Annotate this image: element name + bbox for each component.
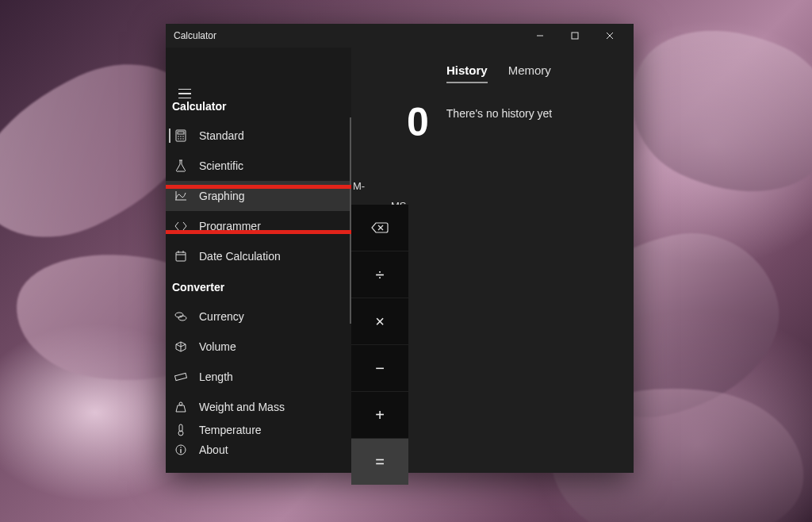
operator-column: ÷ × − + =: [351, 205, 408, 485]
nav-item-label: Programmer: [199, 220, 261, 232]
graph-icon: [174, 190, 188, 202]
nav-item-standard[interactable]: Standard: [166, 121, 351, 151]
nav-item-programmer[interactable]: Programmer: [166, 211, 351, 241]
maximize-button[interactable]: [557, 24, 592, 48]
nav-item-weight[interactable]: Weight and Mass: [166, 392, 351, 422]
flask-icon: [174, 159, 188, 172]
nav-scrollbar[interactable]: [350, 117, 351, 324]
nav-section-converter: Converter: [166, 271, 351, 301]
svg-rect-18: [174, 373, 186, 380]
window-title: Calculator: [174, 30, 216, 41]
calculator-icon: [174, 129, 188, 142]
nav-item-graphing[interactable]: Graphing: [166, 181, 351, 211]
close-button[interactable]: [592, 24, 627, 48]
ruler-icon: [174, 372, 188, 382]
plus-button[interactable]: +: [351, 392, 408, 438]
nav-item-label: About: [199, 443, 228, 456]
multiply-button[interactable]: ×: [351, 298, 408, 344]
svg-rect-1: [572, 33, 578, 39]
nav-item-scientific[interactable]: Scientific: [166, 151, 351, 181]
memory-m-minus[interactable]: M-: [351, 175, 365, 197]
svg-point-10: [180, 138, 182, 140]
weight-icon: [174, 401, 188, 413]
tab-history[interactable]: History: [446, 63, 488, 83]
divide-button[interactable]: ÷: [351, 251, 408, 297]
svg-rect-12: [176, 252, 186, 261]
nav-item-label: Length: [199, 370, 233, 383]
calculator-display: 0: [407, 102, 429, 142]
svg-point-9: [178, 138, 179, 140]
calendar-icon: [174, 251, 188, 262]
nav-item-label: Date Calculation: [199, 250, 281, 263]
nav-item-label: Scientific: [199, 159, 243, 172]
nav-item-length[interactable]: Length: [166, 362, 351, 392]
hamburger-menu-button[interactable]: [174, 83, 196, 105]
backspace-icon: [371, 222, 389, 233]
nav-item-volume[interactable]: Volume: [166, 332, 351, 362]
info-icon: [174, 444, 188, 455]
history-empty-message: There's no history yet: [446, 102, 552, 120]
cube-icon: [174, 341, 188, 352]
tab-memory[interactable]: Memory: [508, 63, 551, 83]
svg-rect-5: [178, 132, 184, 134]
nav-item-label: Volume: [199, 340, 236, 353]
nav-item-date-calculation[interactable]: Date Calculation: [166, 241, 351, 271]
nav-item-label: Standard: [199, 129, 244, 142]
equals-button[interactable]: =: [351, 439, 408, 485]
svg-point-23: [180, 447, 182, 448]
nav-item-label: Graphing: [199, 190, 245, 202]
svg-point-6: [178, 136, 179, 137]
calculator-window: Calculator Calculator Standard: [166, 24, 634, 473]
angle-brackets-icon: [174, 221, 188, 231]
navigation-panel: Calculator Standard Scientific: [166, 48, 351, 473]
svg-point-8: [182, 136, 184, 137]
nav-item-about[interactable]: About: [166, 435, 351, 465]
nav-item-label: Weight and Mass: [199, 401, 285, 413]
nav-item-currency[interactable]: Currency: [166, 301, 351, 332]
backspace-button[interactable]: [351, 205, 408, 251]
currency-icon: [174, 311, 188, 322]
svg-point-7: [180, 136, 182, 137]
title-bar[interactable]: Calculator: [166, 24, 634, 48]
nav-item-label: Currency: [199, 310, 244, 323]
svg-point-11: [182, 138, 184, 140]
svg-point-19: [179, 402, 182, 405]
minus-button[interactable]: −: [351, 345, 408, 391]
minimize-button[interactable]: [523, 24, 557, 48]
